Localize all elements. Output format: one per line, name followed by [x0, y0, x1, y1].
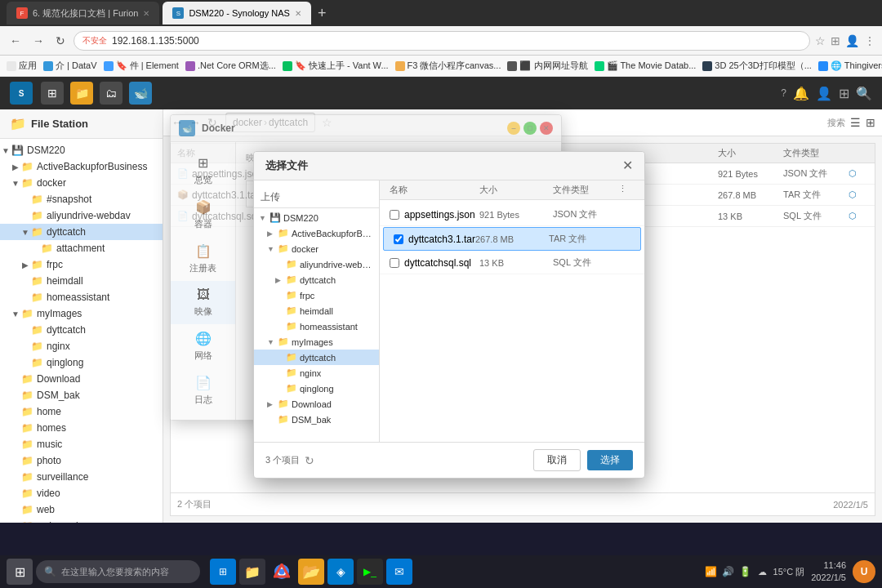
bookmark-thingiverse[interactable]: 🌐 Thingiverse - Digi...: [818, 60, 882, 71]
tree-homes[interactable]: 📁 homes: [0, 420, 163, 436]
tree-video[interactable]: 📁 video: [0, 485, 163, 501]
tree-qinglong[interactable]: 📁 qinglong: [0, 354, 163, 371]
taskbar-app-files2[interactable]: 📂: [298, 559, 324, 585]
bookmark-orm[interactable]: .Net Core ORM选...: [185, 60, 276, 72]
list-view-icon[interactable]: ☰: [850, 116, 861, 129]
synology-grid-icon[interactable]: ⊞: [41, 82, 64, 105]
tab-1[interactable]: F 6. 规范化接口文档 | Furion ✕: [7, 2, 159, 24]
bookmark-intranet[interactable]: ⬛ 内网网址导航: [507, 60, 587, 72]
modal-tree-homeassistant[interactable]: 📁 homeassistant: [254, 318, 379, 334]
tree-frpc[interactable]: ▶ 📁 frpc: [0, 256, 163, 273]
tree-docker[interactable]: ▼ 📁 docker: [0, 175, 163, 191]
tree-dsm220[interactable]: ▼ 💾 DSM220: [0, 142, 163, 158]
tree-activebackup[interactable]: ▶ 📁 ActiveBackupforBusiness: [0, 158, 163, 175]
back-button[interactable]: ←: [7, 33, 24, 49]
forward-button[interactable]: →: [29, 33, 47, 49]
docker-maximize-btn[interactable]: □: [523, 122, 537, 135]
modal-tree-dyttcatch-docker[interactable]: ▶ 📁 dyttcatch: [254, 272, 379, 287]
tree-dyttcatch[interactable]: ▼ 📁 dyttcatch: [0, 224, 163, 240]
bookmark-element[interactable]: 🔖 件 | Element: [104, 60, 179, 72]
bookmark-f3[interactable]: F3 微信小程序canvas...: [395, 60, 501, 72]
syn-person-icon[interactable]: 👤: [816, 86, 832, 101]
synology-docker-icon[interactable]: 🐋: [129, 82, 152, 105]
menu-icon[interactable]: ⋮: [864, 34, 875, 47]
synology-files-icon[interactable]: 🗂: [100, 82, 122, 105]
taskbar-start-btn[interactable]: ⊞: [7, 559, 33, 585]
tree-snapshot[interactable]: 📁 #snapshot: [0, 191, 163, 207]
tree-myimages-dyttcatch[interactable]: 📁 dyttcatch: [0, 322, 163, 338]
tab-2[interactable]: S DSM220 - Synology NAS ✕: [163, 2, 311, 24]
modal-tree-myimages[interactable]: ▼ 📁 myImages: [254, 334, 379, 350]
ext-icon-1[interactable]: ⊞: [831, 34, 840, 47]
docker-minimize-btn[interactable]: –: [507, 122, 520, 135]
taskbar-app-chrome[interactable]: [269, 559, 295, 585]
tree-heimdall[interactable]: 📁 heimdall: [0, 273, 163, 289]
docker-menu-image[interactable]: 🖼 映像: [171, 281, 235, 324]
modal-file-item-2[interactable]: dyttcatch3.1.tar 267.8 MB TAR 文件: [383, 227, 641, 251]
file-action-3[interactable]: ⬡: [849, 211, 868, 221]
tree-aliyundrive[interactable]: 📁 aliyundrive-webdav: [0, 207, 163, 224]
docker-menu-registry[interactable]: 📋 注册表: [171, 237, 235, 281]
modal-tree-download[interactable]: ▶ 📁 Download: [254, 396, 379, 412]
syn-grid-icon[interactable]: ⊞: [839, 86, 849, 101]
modal-tree-heimdall[interactable]: 📁 heimdall: [254, 303, 379, 318]
taskbar-app-files[interactable]: 📁: [239, 559, 265, 585]
refresh-button[interactable]: ↻: [52, 33, 69, 49]
modal-tree-dyttcatch-myimages[interactable]: 📁 dyttcatch: [254, 350, 379, 365]
modal-close-btn[interactable]: ✕: [622, 159, 633, 172]
tab2-close[interactable]: ✕: [295, 9, 301, 18]
docker-close-btn[interactable]: ✕: [540, 122, 553, 135]
taskbar-search-input[interactable]: [61, 567, 192, 577]
tree-attachment[interactable]: 📁 attachment: [0, 240, 163, 256]
taskbar-app-vscode[interactable]: ◈: [327, 559, 354, 585]
modal-file-item-3[interactable]: dyttcatchsql.sql 13 KB SQL 文件: [380, 252, 644, 274]
syn-search-icon[interactable]: 🔍: [856, 86, 872, 101]
bookmark-movie[interactable]: 🎬 The Movie Datab...: [595, 60, 697, 71]
modal-tree-frpc[interactable]: 📁 frpc: [254, 287, 379, 303]
taskbar-app-mail[interactable]: ✉: [386, 559, 412, 585]
syn-help-icon[interactable]: ?: [781, 87, 786, 99]
tab1-close[interactable]: ✕: [143, 9, 149, 18]
docker-menu-network[interactable]: 🌐 网络: [171, 324, 235, 368]
modal-tree-docker[interactable]: ▼ 📁 docker: [254, 241, 379, 256]
modal-tree-dsm220[interactable]: ▼ 💾 DSM220: [254, 210, 379, 225]
tree-nginx[interactable]: 📁 nginx: [0, 338, 163, 354]
modal-refresh-btn[interactable]: ↻: [305, 454, 314, 467]
modal-confirm-btn[interactable]: 选择: [587, 450, 633, 470]
bookmark-vant[interactable]: 🔖 快速上手 - Vant W...: [283, 60, 389, 72]
docker-menu-log[interactable]: 📄 日志: [171, 368, 235, 412]
modal-tree-qinglong[interactable]: 📁 qinglong: [254, 381, 379, 396]
bookmark-datav[interactable]: 介 | DataV: [43, 60, 97, 72]
tree-dsm-bak[interactable]: 📁 DSM_bak: [0, 387, 163, 403]
modal-file-checkbox-3[interactable]: [390, 258, 399, 268]
synology-folder-icon[interactable]: 📁: [70, 82, 93, 105]
syn-notif-icon[interactable]: 🔔: [793, 86, 809, 101]
taskbar-app-windows[interactable]: ⊞: [210, 559, 236, 585]
file-action-2[interactable]: ⬡: [849, 189, 868, 200]
docker-menu-container[interactable]: 📦 容器: [171, 193, 235, 237]
profile-icon[interactable]: 👤: [845, 34, 859, 47]
tree-surveillance[interactable]: 📁 surveillance: [0, 469, 163, 485]
tree-photo[interactable]: 📁 photo: [0, 452, 163, 469]
modal-file-checkbox-1[interactable]: [390, 210, 399, 220]
taskbar-app-terminal[interactable]: ▶_: [357, 559, 383, 585]
grid-view-icon[interactable]: ⊞: [866, 116, 875, 129]
tree-home[interactable]: 📁 home: [0, 403, 163, 420]
modal-tree-nginx[interactable]: 📁 nginx: [254, 365, 379, 381]
modal-file-item-1[interactable]: appsettings.json 921 Bytes JSON 文件: [380, 203, 644, 226]
taskbar-search-box[interactable]: 🔍: [36, 560, 200, 583]
tree-myimages[interactable]: ▼ 📁 myImages: [0, 305, 163, 322]
modal-tree-activebackup[interactable]: ▶ 📁 ActiveBackupforBusiness: [254, 225, 379, 241]
bookmark-3d[interactable]: 3D 25个3D打印模型（...: [702, 60, 812, 72]
taskbar-user-avatar[interactable]: U: [853, 560, 875, 583]
modal-tree-dsm-bak[interactable]: 📁 DSM_bak: [254, 412, 379, 427]
modal-cancel-btn[interactable]: 取消: [533, 449, 581, 471]
tree-web[interactable]: 📁 web: [0, 501, 163, 518]
tree-download[interactable]: 📁 Download: [0, 371, 163, 387]
file-action-1[interactable]: ⬡: [849, 168, 868, 179]
tree-homeassistant[interactable]: 📁 homeassistant: [0, 289, 163, 305]
tree-music[interactable]: 📁 music: [0, 436, 163, 452]
address-input[interactable]: 不安全 192.168.1.135:5000: [74, 31, 810, 51]
modal-tree-aliyundrive[interactable]: 📁 aliyundrive-webdav: [254, 256, 379, 272]
bookmark-apps[interactable]: 应用: [7, 60, 37, 72]
